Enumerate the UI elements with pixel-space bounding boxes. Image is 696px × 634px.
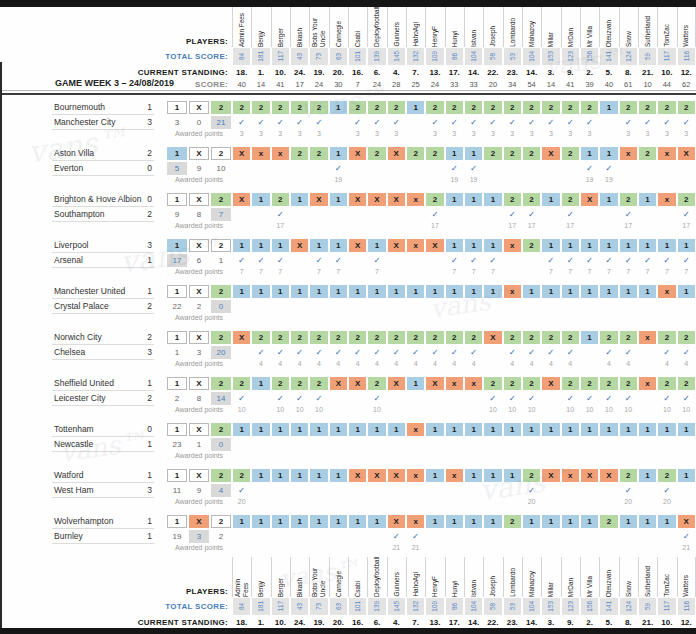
player-standing: 3.: [541, 66, 560, 78]
player-total-score: 141: [605, 51, 612, 62]
awarded-points-value: [657, 452, 676, 463]
pick-cell: 2: [388, 331, 405, 344]
pick-cell: 1: [252, 469, 269, 482]
player-standing: 18.: [232, 616, 251, 628]
header-divider: [0, 90, 696, 95]
check-icon: ✓: [277, 210, 284, 219]
awarded-points-value: 7: [271, 268, 290, 279]
outcome-count-cell: 2: [211, 530, 231, 543]
awarded-points-value: 7: [580, 268, 599, 279]
away-team-name: Chelsea: [54, 347, 85, 357]
awarded-points-value: 3: [387, 130, 406, 141]
awarded-points-value: [561, 314, 580, 325]
awarded-points-value: [387, 268, 406, 279]
pick-cell: x: [252, 147, 269, 160]
player-name-cell: Mahazoy: [522, 7, 541, 47]
player-standing: 14.: [522, 616, 541, 628]
player-total-score: 124: [625, 601, 632, 612]
player-name-cell: Benjy: [251, 557, 270, 597]
player-name: Oteuzvan: [605, 570, 613, 597]
awarded-points-value: [329, 544, 348, 555]
awarded-points-value: [464, 222, 483, 233]
match-result-row: Crystal Palace22220: [0, 299, 696, 314]
match-block: Brighton & Hove Albion01X2X121X1XXXx2111…: [0, 192, 696, 233]
player-name-cell: Admin Fees: [232, 7, 251, 47]
player-name: Benjy: [257, 581, 265, 597]
awarded-points-value: [483, 498, 502, 509]
pick-cell: 1: [388, 285, 405, 298]
match-picks-row: Brighton & Hove Albion01X2X121X1XXXx2111…: [0, 192, 696, 207]
outcome-count-cell: 17: [167, 254, 187, 267]
total-score-label: TOTAL SCORE:: [165, 602, 228, 611]
check-icon: ✓: [586, 164, 593, 173]
awarded-points-value: 21: [387, 544, 406, 555]
outcome-count-cell: 6: [189, 254, 209, 267]
check-icon: ✓: [625, 394, 632, 403]
player-total-cell: 84: [233, 598, 250, 615]
players-label: PLAYERS:: [186, 587, 228, 596]
match-block: Aston Villa21X2Xxx221X2X2211222X211x2xXE…: [0, 146, 696, 187]
player-name: Mahazoy: [528, 21, 536, 47]
player-total-score: 145: [393, 601, 400, 612]
match-block: Bournemouth11X2222221222122222222212222M…: [0, 100, 696, 141]
pick-cell: X: [233, 331, 250, 344]
pick-cell: 1: [639, 423, 656, 436]
pick-cell: 2: [620, 193, 637, 206]
pick-cell: x: [407, 469, 424, 482]
awarded-points-value: 4: [599, 360, 618, 371]
player-name: Lombardo: [509, 568, 517, 597]
player-name: Istvan: [470, 30, 478, 47]
awarded-points-value: [251, 498, 270, 509]
player-week-score: 62: [677, 78, 696, 90]
awarded-points-value: [483, 222, 502, 233]
player-week-score: 61: [619, 78, 638, 90]
check-icon: ✓: [547, 118, 554, 127]
pick-cell: X: [368, 469, 385, 482]
pick-cell: 1: [407, 377, 424, 390]
pick-cell: 2: [310, 147, 327, 160]
awarded-points-value: 10: [561, 406, 580, 417]
pick-cell: 1: [233, 239, 250, 252]
awarded-points-value: 4: [406, 360, 425, 371]
match-block: Manchester United11X211111111111111x1111…: [0, 284, 696, 325]
awarded-points-value: 10: [657, 406, 676, 417]
player-name-cell: TomZac: [657, 557, 676, 597]
check-icon: ✓: [683, 210, 690, 219]
pick-cell: 2: [600, 377, 617, 390]
awarded-points-value: 3: [522, 130, 541, 141]
player-name-cell: Csabi: [348, 557, 367, 597]
pick-cell: 1: [272, 515, 289, 528]
player-total-score: 63: [335, 53, 342, 60]
check-icon: ✓: [586, 256, 593, 265]
awarded-points-value: [638, 406, 657, 417]
check-icon: ✓: [663, 118, 670, 127]
awarded-points-row: Awarded points10101010101010101010101010…: [0, 406, 696, 417]
check-icon: ✓: [528, 486, 535, 495]
player-standing: 12.: [677, 616, 696, 628]
awarded-points-value: [503, 314, 522, 325]
outcome-header-cell: 2: [211, 377, 231, 390]
pick-cell: 1: [252, 239, 269, 252]
check-icon: ✓: [509, 348, 516, 357]
awarded-points-value: [271, 176, 290, 187]
player-name: Hunyi: [451, 31, 459, 47]
player-name-cell: Watters: [677, 7, 696, 47]
pick-cell: x: [407, 193, 424, 206]
player-standing: 16.: [348, 616, 367, 628]
player-total-score: 117: [277, 601, 284, 611]
pick-cell: 2: [504, 515, 521, 528]
home-team-name: Aston Villa: [54, 148, 94, 158]
awarded-points-value: 3: [619, 130, 638, 141]
player-standing: 14.: [522, 66, 541, 78]
player-standing: 16.: [348, 66, 367, 78]
awarded-points-value: [329, 130, 348, 141]
player-name: TomZac: [663, 574, 671, 597]
match-result-row: Everton05910✓✓✓✓✓: [0, 161, 696, 176]
footer-standings: PLAYERS: Admin FeesBenjyBergerBikashBobs…: [0, 557, 696, 628]
pick-cell: 1: [542, 285, 559, 298]
pick-cell: 2: [678, 377, 695, 390]
check-icon: ✓: [663, 348, 670, 357]
pick-cell: x: [620, 147, 637, 160]
awarded-points-label: Awarded points: [166, 544, 232, 555]
check-icon: ✓: [470, 256, 477, 265]
